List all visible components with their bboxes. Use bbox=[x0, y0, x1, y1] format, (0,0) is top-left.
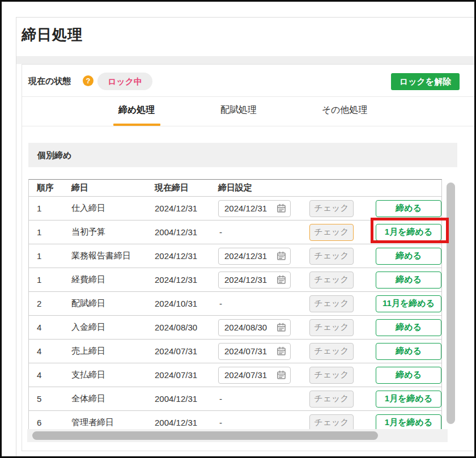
row-name: 全体締日 bbox=[66, 393, 148, 404]
row-name: 支払締日 bbox=[66, 370, 148, 380]
check-button[interactable]: チェック bbox=[309, 200, 354, 217]
row-current-date: 2004/12/31 bbox=[148, 418, 211, 427]
date-input-field[interactable] bbox=[219, 370, 277, 380]
date-input[interactable] bbox=[218, 272, 291, 289]
row-order: 5 bbox=[29, 394, 66, 404]
tab-other-process[interactable]: その他処理 bbox=[294, 104, 396, 119]
page-background-strip bbox=[16, 56, 474, 64]
row-current-date: 2024/08/30 bbox=[148, 323, 211, 332]
calendar-icon[interactable] bbox=[277, 370, 286, 380]
check-button[interactable]: チェック bbox=[309, 367, 354, 384]
table-row: 4 支払締日 2024/07/31 チェック 締める bbox=[29, 363, 441, 387]
close-button[interactable]: 締める bbox=[376, 319, 441, 336]
row-name: 管理者締日 bbox=[66, 417, 148, 428]
close-button[interactable]: 締める bbox=[376, 272, 441, 289]
date-input[interactable] bbox=[218, 343, 291, 360]
date-input-field[interactable] bbox=[219, 323, 277, 332]
table-row: 4 入金締日 2024/08/30 チェック 締める bbox=[29, 316, 441, 340]
row-order: 6 bbox=[29, 418, 66, 427]
date-input-field[interactable] bbox=[219, 203, 277, 213]
close-button[interactable]: 締める bbox=[376, 248, 441, 265]
date-input[interactable] bbox=[218, 367, 291, 384]
row-order: 1 bbox=[29, 203, 66, 213]
row-current-date: 2024/07/31 bbox=[148, 370, 211, 380]
no-date-dash: - bbox=[218, 394, 222, 404]
row-current-date: 2024/12/31 bbox=[148, 203, 211, 213]
status-divider bbox=[22, 96, 474, 97]
check-button[interactable]: チェック bbox=[309, 248, 354, 265]
no-date-dash: - bbox=[218, 418, 222, 427]
check-button[interactable]: チェック bbox=[309, 272, 354, 289]
row-order: 4 bbox=[29, 346, 66, 356]
row-current-date: 2024/12/31 bbox=[148, 251, 211, 261]
panel-left-border bbox=[16, 17, 16, 456]
page-title: 締日処理 bbox=[22, 25, 83, 45]
closing-date-processing-screen: 締日処理 現在の状態 ? ロック中 ロックを解除 締め処理 配賦処理 その他処理… bbox=[0, 0, 476, 458]
header-date-setting: 締日設定 bbox=[211, 183, 302, 193]
table-row: 2 配賦締日 2024/10/31 - チェック 11月を締める bbox=[29, 292, 441, 316]
row-name: 業務報告書締日 bbox=[66, 251, 148, 261]
close-button[interactable]: 11月を締める bbox=[376, 295, 441, 312]
tab-allocation-process[interactable]: 配賦処理 bbox=[188, 104, 290, 119]
row-order: 4 bbox=[29, 323, 66, 332]
close-button[interactable]: 締める bbox=[376, 367, 441, 384]
close-button[interactable]: 締める bbox=[376, 343, 441, 360]
table-row: 1 業務報告書締日 2024/12/31 チェック 締める bbox=[29, 244, 441, 268]
date-input-field[interactable] bbox=[219, 251, 277, 261]
row-current-date: 2004/12/31 bbox=[148, 394, 211, 404]
table-vertical-scrollbar-thumb[interactable] bbox=[447, 183, 455, 424]
close-button[interactable]: 締める bbox=[376, 200, 441, 217]
close-button[interactable]: 1月を締める bbox=[376, 391, 441, 408]
current-status-label: 現在の状態 bbox=[28, 76, 71, 87]
table-horizontal-scrollbar-thumb[interactable] bbox=[32, 431, 378, 440]
calendar-icon[interactable] bbox=[277, 251, 286, 261]
date-input[interactable] bbox=[218, 319, 291, 336]
closing-table: 順序 締日 現在締日 締日設定 1 仕入締日 2024/12/31 bbox=[28, 179, 442, 435]
panel-top-border bbox=[16, 17, 474, 18]
tab-closing-process[interactable]: 締め処理 bbox=[86, 104, 188, 119]
check-button[interactable]: チェック bbox=[309, 391, 354, 408]
table-row: 5 全体締日 2004/12/31 - チェック 1月を締める bbox=[29, 387, 441, 411]
check-button[interactable]: チェック bbox=[309, 224, 354, 241]
closing-table-wrapper: 順序 締日 現在締日 締日設定 1 仕入締日 2024/12/31 bbox=[28, 179, 457, 442]
header-closing-name: 締日 bbox=[66, 183, 148, 193]
table-horizontal-scrollbar-track[interactable] bbox=[27, 429, 448, 442]
calendar-icon[interactable] bbox=[277, 275, 286, 285]
date-input[interactable] bbox=[218, 200, 291, 217]
calendar-icon[interactable] bbox=[277, 203, 286, 213]
table-row: 1 当初予算 2004/12/31 - チェック 1月を締める bbox=[29, 220, 441, 244]
no-date-dash: - bbox=[218, 299, 222, 308]
status-badge: ロック中 bbox=[97, 73, 152, 90]
no-date-dash: - bbox=[218, 227, 222, 237]
row-name: 当初予算 bbox=[66, 227, 148, 238]
row-order: 1 bbox=[29, 251, 66, 261]
row-name: 売上締日 bbox=[66, 346, 148, 357]
row-current-date: 2024/07/31 bbox=[148, 346, 211, 356]
header-current-date: 現在締日 bbox=[148, 183, 211, 193]
row-current-date: 2004/12/31 bbox=[148, 227, 211, 237]
date-input-field[interactable] bbox=[219, 346, 277, 356]
row-order: 1 bbox=[29, 275, 66, 285]
row-current-date: 2024/10/31 bbox=[148, 299, 211, 308]
row-order: 2 bbox=[29, 299, 66, 308]
help-icon[interactable]: ? bbox=[83, 75, 94, 86]
check-button[interactable]: チェック bbox=[309, 414, 354, 431]
table-row: 4 売上締日 2024/07/31 チェック 締める bbox=[29, 340, 441, 363]
row-order: 4 bbox=[29, 370, 66, 380]
check-button[interactable]: チェック bbox=[309, 343, 354, 360]
unlock-button[interactable]: ロックを解除 bbox=[391, 73, 460, 90]
date-input[interactable] bbox=[218, 248, 291, 265]
close-button[interactable]: 1月を締める bbox=[376, 224, 441, 241]
section-header-individual-closing: 個別締め bbox=[28, 143, 457, 167]
date-input-field[interactable] bbox=[219, 275, 277, 285]
close-button[interactable]: 1月を締める bbox=[376, 414, 441, 431]
calendar-icon[interactable] bbox=[277, 323, 286, 332]
table-body: 1 仕入締日 2024/12/31 チェック 締める bbox=[29, 197, 441, 435]
calendar-icon[interactable] bbox=[277, 346, 286, 356]
table-header-row: 順序 締日 現在締日 締日設定 bbox=[29, 180, 441, 197]
row-name: 仕入締日 bbox=[66, 203, 148, 214]
check-button[interactable]: チェック bbox=[309, 295, 354, 312]
check-button[interactable]: チェック bbox=[309, 319, 354, 336]
section-title: 個別締め bbox=[37, 143, 71, 167]
row-name: 配賦締日 bbox=[66, 298, 148, 309]
